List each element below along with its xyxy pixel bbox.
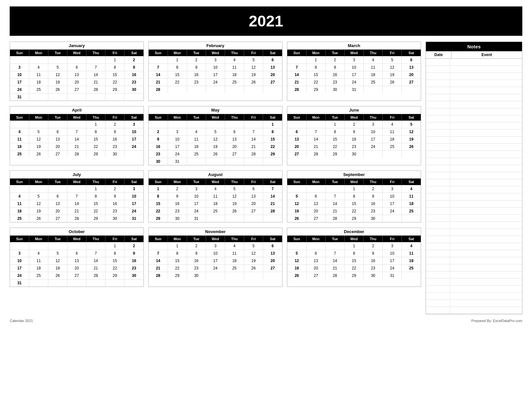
day-cell[interactable] — [383, 151, 402, 158]
day-cell[interactable]: 9 — [168, 193, 187, 200]
day-cell[interactable]: 31 — [10, 93, 29, 101]
day-cell[interactable]: 18 — [402, 200, 421, 208]
day-cell[interactable]: 21 — [325, 265, 344, 272]
day-cell[interactable]: 8 — [168, 250, 187, 257]
day-cell[interactable]: 20 — [48, 208, 67, 215]
day-cell[interactable]: 24 — [383, 265, 402, 272]
day-cell[interactable]: 4 — [10, 128, 29, 136]
day-cell[interactable]: 14 — [149, 71, 168, 79]
day-cell[interactable] — [124, 279, 143, 287]
day-cell[interactable]: 13 — [48, 136, 67, 143]
day-cell[interactable] — [325, 242, 344, 250]
day-cell[interactable]: 28 — [244, 151, 263, 158]
day-cell[interactable]: 19 — [402, 136, 421, 143]
day-cell[interactable] — [206, 158, 225, 165]
day-cell[interactable]: 9 — [364, 193, 383, 200]
day-cell[interactable]: 27 — [306, 215, 325, 222]
day-cell[interactable]: 8 — [86, 193, 105, 200]
day-cell[interactable]: 9 — [344, 128, 363, 136]
day-cell[interactable]: 29 — [86, 215, 105, 222]
day-cell[interactable]: 13 — [306, 200, 325, 208]
day-cell[interactable]: 12 — [287, 257, 306, 265]
day-cell[interactable]: 24 — [124, 143, 143, 151]
day-cell[interactable] — [67, 56, 86, 64]
day-cell[interactable] — [287, 185, 306, 193]
day-cell[interactable] — [48, 242, 67, 250]
day-cell[interactable]: 11 — [187, 136, 206, 143]
day-cell[interactable]: 26 — [383, 79, 402, 86]
day-cell[interactable]: 16 — [124, 71, 143, 79]
day-cell[interactable] — [187, 121, 206, 128]
day-cell[interactable]: 25 — [225, 265, 244, 272]
day-cell[interactable] — [402, 151, 421, 158]
day-cell[interactable]: 11 — [364, 64, 383, 71]
day-cell[interactable]: 21 — [67, 143, 86, 151]
day-cell[interactable]: 15 — [344, 200, 363, 208]
day-cell[interactable] — [187, 158, 206, 165]
day-cell[interactable]: 18 — [206, 200, 225, 208]
day-cell[interactable]: 14 — [67, 136, 86, 143]
day-cell[interactable]: 11 — [225, 64, 244, 71]
day-cell[interactable] — [29, 56, 48, 64]
day-cell[interactable] — [29, 93, 48, 101]
day-cell[interactable]: 25 — [364, 79, 383, 86]
day-cell[interactable]: 17 — [383, 200, 402, 208]
day-cell[interactable]: 7 — [149, 250, 168, 257]
day-cell[interactable]: 4 — [402, 185, 421, 193]
day-cell[interactable]: 17 — [206, 71, 225, 79]
day-cell[interactable] — [149, 121, 168, 128]
day-cell[interactable]: 8 — [344, 193, 363, 200]
day-cell[interactable]: 23 — [105, 143, 124, 151]
day-cell[interactable]: 31 — [187, 215, 206, 222]
day-cell[interactable]: 21 — [149, 265, 168, 272]
day-cell[interactable]: 9 — [105, 128, 124, 136]
day-cell[interactable]: 26 — [206, 151, 225, 158]
day-cell[interactable]: 17 — [124, 136, 143, 143]
day-cell[interactable]: 7 — [149, 64, 168, 71]
day-cell[interactable]: 11 — [225, 250, 244, 257]
day-cell[interactable]: 12 — [48, 257, 67, 265]
day-cell[interactable] — [263, 272, 282, 279]
day-cell[interactable]: 14 — [67, 200, 86, 208]
day-cell[interactable]: 13 — [306, 257, 325, 265]
day-cell[interactable]: 19 — [48, 265, 67, 272]
day-cell[interactable]: 14 — [244, 136, 263, 143]
day-cell[interactable]: 12 — [244, 250, 263, 257]
day-cell[interactable]: 18 — [29, 79, 48, 86]
day-cell[interactable]: 8 — [263, 128, 282, 136]
day-cell[interactable]: 5 — [29, 193, 48, 200]
day-cell[interactable]: 24 — [168, 151, 187, 158]
day-cell[interactable]: 12 — [48, 71, 67, 79]
day-cell[interactable]: 24 — [344, 79, 363, 86]
day-cell[interactable]: 15 — [263, 136, 282, 143]
day-cell[interactable] — [383, 86, 402, 93]
day-cell[interactable]: 15 — [86, 136, 105, 143]
day-cell[interactable]: 22 — [105, 265, 124, 272]
day-cell[interactable]: 8 — [86, 128, 105, 136]
day-cell[interactable]: 17 — [364, 136, 383, 143]
day-cell[interactable]: 28 — [325, 215, 344, 222]
day-cell[interactable] — [29, 185, 48, 193]
day-cell[interactable]: 21 — [86, 79, 105, 86]
day-cell[interactable]: 22 — [86, 208, 105, 215]
day-cell[interactable]: 22 — [149, 208, 168, 215]
day-cell[interactable]: 15 — [105, 257, 124, 265]
day-cell[interactable]: 10 — [344, 64, 363, 71]
day-cell[interactable]: 25 — [225, 79, 244, 86]
day-cell[interactable] — [67, 185, 86, 193]
day-cell[interactable]: 31 — [383, 272, 402, 279]
day-cell[interactable]: 16 — [168, 200, 187, 208]
day-cell[interactable] — [244, 121, 263, 128]
day-cell[interactable]: 4 — [29, 250, 48, 257]
day-cell[interactable]: 9 — [187, 250, 206, 257]
day-cell[interactable]: 14 — [325, 200, 344, 208]
day-cell[interactable]: 25 — [383, 143, 402, 151]
day-cell[interactable]: 13 — [67, 71, 86, 79]
day-cell[interactable]: 2 — [364, 185, 383, 193]
day-cell[interactable]: 27 — [48, 151, 67, 158]
day-cell[interactable]: 4 — [225, 242, 244, 250]
day-cell[interactable] — [306, 121, 325, 128]
day-cell[interactable]: 17 — [10, 79, 29, 86]
day-cell[interactable]: 18 — [10, 143, 29, 151]
day-cell[interactable]: 27 — [263, 265, 282, 272]
